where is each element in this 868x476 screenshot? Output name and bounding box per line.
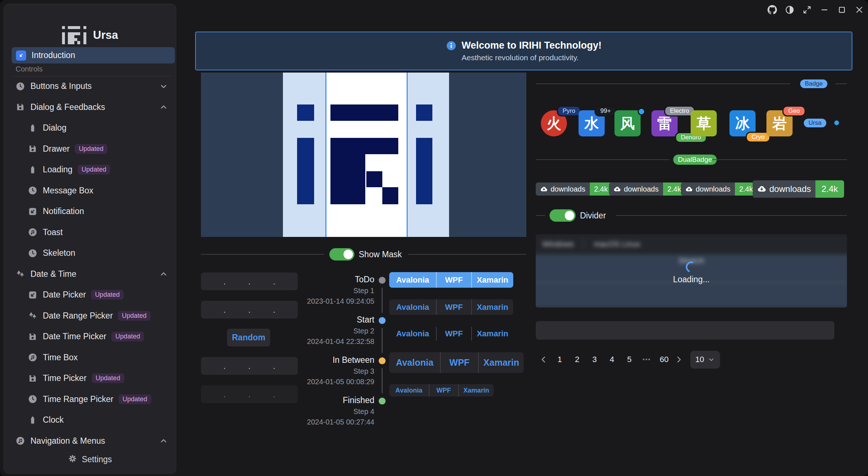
group-button-wpf[interactable]: WPF — [436, 327, 471, 341]
page-button-2[interactable]: 2 — [569, 352, 585, 368]
spinner-icon — [685, 261, 698, 273]
sidebar-item-clock[interactable]: Clock — [4, 410, 176, 431]
cloud-download-icon — [540, 185, 548, 193]
framework-button-group: AvaloniaWPFXamarin — [389, 272, 513, 288]
sidebar-item-time-box[interactable]: Time Box — [4, 347, 176, 368]
sidebar-item-introduction[interactable]: Introduction — [12, 47, 175, 63]
sidebar-item-buttons-inputs[interactable]: Buttons & Inputs — [4, 76, 176, 97]
chevron-right-pg-icon — [674, 355, 683, 364]
step-time: 2024-01-04 22:32:58 — [307, 337, 374, 346]
sidebar-item-loading[interactable]: Loading Updated — [4, 159, 176, 180]
page-next-button[interactable] — [672, 352, 685, 368]
downloads-badge: downloads 2.4k — [536, 182, 612, 196]
updated-badge: Updated — [75, 144, 107, 154]
empty-panel — [536, 321, 834, 340]
divider-toggle[interactable] — [550, 209, 576, 222]
settings-label: Settings — [82, 455, 112, 464]
placeholder-dot: . — [223, 364, 226, 368]
sidebar-item-date-range-picker[interactable]: Date Range Picker Updated — [4, 305, 176, 327]
group-button-xamarin[interactable]: Xamarin — [471, 272, 513, 288]
framework-button-group: AvaloniaWPFXamarin — [389, 327, 513, 341]
group-button-xamarin[interactable]: Xamarin — [458, 384, 494, 397]
irihi-logo-pixels — [297, 104, 432, 204]
placeholder-dot: . — [248, 364, 251, 368]
page-prev-button[interactable] — [537, 352, 550, 368]
sidebar-item-message-box[interactable]: Message Box — [4, 180, 176, 201]
settings-button[interactable]: Settings — [4, 452, 176, 467]
divider-line — [712, 159, 847, 160]
sidebar-item-dialog-feedbacks[interactable]: Dialog & Feedbacks — [4, 97, 176, 118]
page-button-3[interactable]: 3 — [587, 352, 602, 368]
maximize-button[interactable] — [835, 3, 849, 17]
close-button[interactable] — [852, 3, 866, 17]
group-button-wpf[interactable]: WPF — [436, 299, 471, 315]
step-name: ToDo — [355, 275, 374, 284]
group-button-xamarin[interactable]: Xamarin — [478, 352, 524, 373]
theme-toggle-button[interactable] — [783, 3, 797, 17]
minimize-icon — [820, 5, 829, 15]
downloads-badge: downloads 2.4k — [609, 182, 685, 196]
github-button[interactable] — [765, 3, 779, 17]
sidebar-item-drawer[interactable]: Drawer Updated — [4, 139, 176, 160]
titlebar-controls — [765, 3, 866, 17]
page-ellipsis[interactable]: ••• — [639, 352, 655, 368]
sidebar-item-time-picker[interactable]: Time Picker Updated — [4, 368, 176, 389]
badge-geo: Geo — [782, 106, 806, 116]
sidebar-item-date-picker[interactable]: Date Picker Updated — [4, 284, 176, 305]
group-button-wpf[interactable]: WPF — [440, 352, 478, 373]
sidebar-item-date-time[interactable]: Date & Time — [4, 264, 176, 285]
battery-icon — [28, 123, 37, 133]
step-connector — [382, 328, 383, 353]
downloads-label: downloads — [769, 184, 811, 194]
clock-icon — [28, 249, 37, 258]
framework-button-group: AvaloniaWPFXamarin — [389, 352, 524, 373]
show-mask-toggle[interactable] — [329, 248, 354, 260]
downloads-badge: downloads 2.4k — [753, 180, 844, 198]
group-button-avalonia[interactable]: Avalonia — [389, 299, 436, 315]
badge-99: 99+ — [595, 106, 617, 116]
page-button-last[interactable]: 60 — [656, 352, 672, 368]
sidebar-item-date-time-picker[interactable]: Date Time Picker Updated — [4, 326, 176, 347]
chevron-up-icon — [159, 436, 168, 445]
step-dot — [379, 357, 386, 364]
chevron-up-icon — [159, 103, 168, 111]
sidebar-item-navigation-menus[interactable]: Navigation & Menus — [4, 431, 176, 452]
page-button-4[interactable]: 4 — [604, 352, 620, 368]
trees-icon — [16, 269, 25, 279]
group-button-wpf[interactable]: WPF — [436, 272, 471, 288]
page-button-1[interactable]: 1 — [552, 352, 568, 368]
group-button-avalonia[interactable]: Avalonia — [389, 272, 436, 288]
updated-badge: Updated — [78, 165, 110, 175]
cloud-download-icon — [757, 184, 766, 194]
floppy-icon — [16, 102, 25, 112]
group-button-avalonia[interactable]: Avalonia — [389, 352, 440, 373]
info-icon — [446, 40, 457, 51]
minimize-button[interactable] — [818, 3, 831, 17]
placeholder-dot: . — [223, 393, 226, 396]
divider-line — [616, 215, 847, 216]
chevron-down-icon — [159, 82, 168, 91]
show-mask-label: Show Mask — [359, 250, 402, 259]
loading-label: Loading... — [673, 275, 709, 284]
fullscreen-button[interactable] — [800, 3, 814, 17]
note-icon — [28, 353, 37, 362]
sidebar-item-dialog[interactable]: Dialog — [4, 118, 176, 139]
group-button-xamarin[interactable]: Xamarin — [471, 327, 513, 341]
sidebar-item-notification[interactable]: Notification — [4, 201, 176, 222]
divider-line — [201, 254, 324, 255]
sidebar-item-skeleton[interactable]: Skeleton — [4, 243, 176, 264]
cloud-download-icon — [685, 185, 693, 193]
group-button-avalonia[interactable]: Avalonia — [389, 384, 429, 397]
placeholder-dot: . — [248, 393, 251, 396]
sidebar-item-time-range-picker[interactable]: Time Range Picker Updated — [4, 389, 176, 410]
page-size-value: 10 — [695, 355, 704, 364]
page-button-5[interactable]: 5 — [621, 352, 637, 368]
github-icon — [768, 5, 777, 15]
sidebar-item-toast[interactable]: Toast — [4, 222, 176, 243]
downloads-label: downloads — [696, 185, 731, 193]
group-button-wpf[interactable]: WPF — [429, 384, 458, 397]
step-label: Step 4 — [353, 407, 374, 416]
page-size-select[interactable]: 10 — [690, 351, 720, 369]
group-button-xamarin[interactable]: Xamarin — [471, 299, 513, 315]
group-button-avalonia[interactable]: Avalonia — [389, 327, 436, 341]
